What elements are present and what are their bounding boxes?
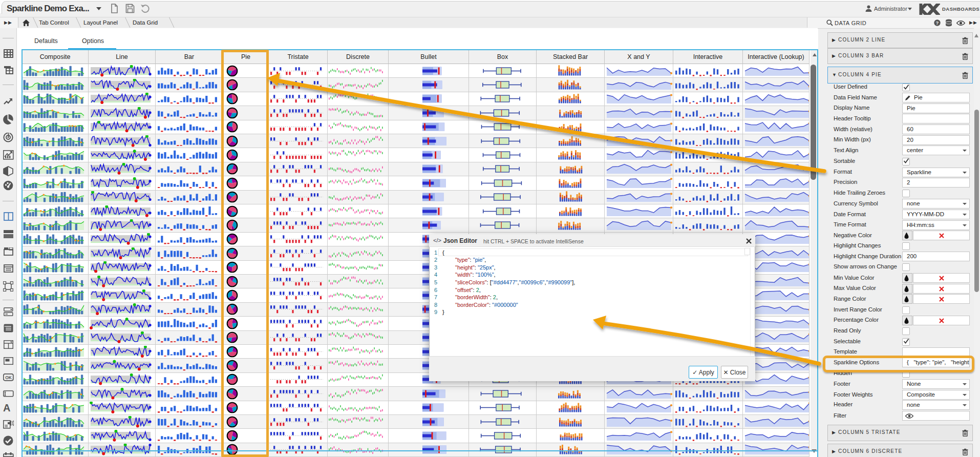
svg-text:OK: OK — [5, 375, 12, 380]
svg-text:?: ? — [936, 20, 939, 26]
